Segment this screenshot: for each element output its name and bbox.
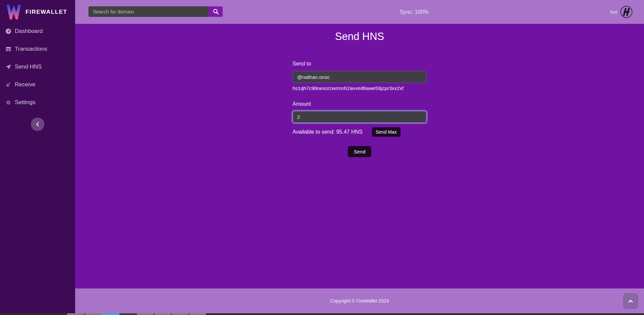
arrow-down-left-icon: [5, 82, 11, 88]
amount-input[interactable]: [292, 111, 427, 123]
logo-row[interactable]: FIREWALLET: [0, 0, 75, 19]
taskbar-segment: [85, 313, 102, 315]
send-form: Send to hs1qh7c98nexsrzwrmnh2avved6awe59…: [292, 61, 427, 157]
page-title: Send HNS: [75, 31, 644, 42]
sidebar-collapse-button[interactable]: [31, 118, 44, 131]
sidebar-item-receive[interactable]: Receive: [5, 81, 75, 88]
wallet-group[interactable]: hot: [610, 0, 633, 24]
amount-label: Amount: [292, 101, 427, 108]
copyright-text: Copyright © FireWallet 2024: [330, 298, 389, 304]
sidebar-item-dashboard[interactable]: Dashboard: [5, 28, 75, 35]
sidebar-item-label: Dashboard: [15, 28, 43, 35]
chevron-up-icon: [628, 299, 633, 303]
scroll-to-top-button[interactable]: [624, 294, 638, 309]
sidebar-item-settings[interactable]: ⚙ Settings: [5, 99, 75, 106]
app-title: FIREWALLET: [25, 9, 67, 15]
search-button[interactable]: [209, 6, 223, 17]
chevron-left-icon: [35, 122, 40, 127]
sidebar-item-label: Receive: [15, 81, 35, 88]
taskbar-segment: [137, 313, 154, 315]
available-text: Available to send: 95.47 HNS: [292, 129, 363, 135]
handshake-logo-icon[interactable]: [620, 6, 633, 18]
send-to-input[interactable]: [292, 71, 427, 83]
sidebar-item-label: Settings: [15, 99, 35, 106]
sidebar-item-send-hns[interactable]: Send HNS: [5, 63, 75, 71]
sidebar-item-transactions[interactable]: Transactions: [5, 45, 75, 53]
magnifier-icon: [213, 8, 219, 15]
sidebar-nav: Dashboard Transactions: [0, 28, 75, 106]
taskbar-edge[interactable]: [0, 313, 644, 315]
taskbar-segment-active: [102, 313, 119, 315]
gauge-icon: [5, 28, 11, 34]
footer: Copyright © FireWallet 2024: [75, 288, 644, 313]
send-max-button[interactable]: Send Max: [372, 127, 400, 137]
send-to-label: Send to: [292, 61, 427, 68]
taskbar-segment: [154, 313, 171, 315]
search-input[interactable]: [89, 6, 209, 17]
taskbar-segment: [67, 313, 84, 315]
taskbar-segment: [172, 313, 189, 315]
firewallet-logo-icon: [7, 5, 21, 19]
sidebar-item-label: Send HNS: [15, 63, 42, 70]
content-column: Sync: 100% hot Send HNS Send to: [75, 0, 644, 313]
gear-icon: ⚙: [5, 99, 11, 105]
sidebar: FIREWALLET Dashboard: [0, 0, 75, 313]
send-button[interactable]: Send: [348, 146, 371, 157]
main-panel: Send HNS Send to hs1qh7c98nexsrzwrmnh2av…: [75, 24, 644, 288]
sync-status: Sync: 100%: [400, 0, 428, 24]
available-row: Available to send: 95.47 HNS Send Max: [292, 127, 427, 137]
send-row: Send: [292, 146, 427, 157]
paper-plane-icon: [5, 64, 11, 70]
domain-search: [89, 6, 223, 17]
sidebar-item-label: Transactions: [15, 46, 47, 52]
firewallet-app: FIREWALLET Dashboard: [0, 0, 644, 315]
wallet-name: hot: [610, 9, 617, 15]
table-icon: [5, 46, 11, 52]
taskbar-segment: [119, 313, 137, 315]
topbar: Sync: 100% hot: [75, 0, 644, 24]
taskbar-segment: [206, 313, 644, 315]
resolved-address: hs1qh7c98nexsrzwrmnh2avved6awe59jzpr3xx2…: [292, 85, 427, 91]
taskbar-segment: [189, 313, 206, 315]
